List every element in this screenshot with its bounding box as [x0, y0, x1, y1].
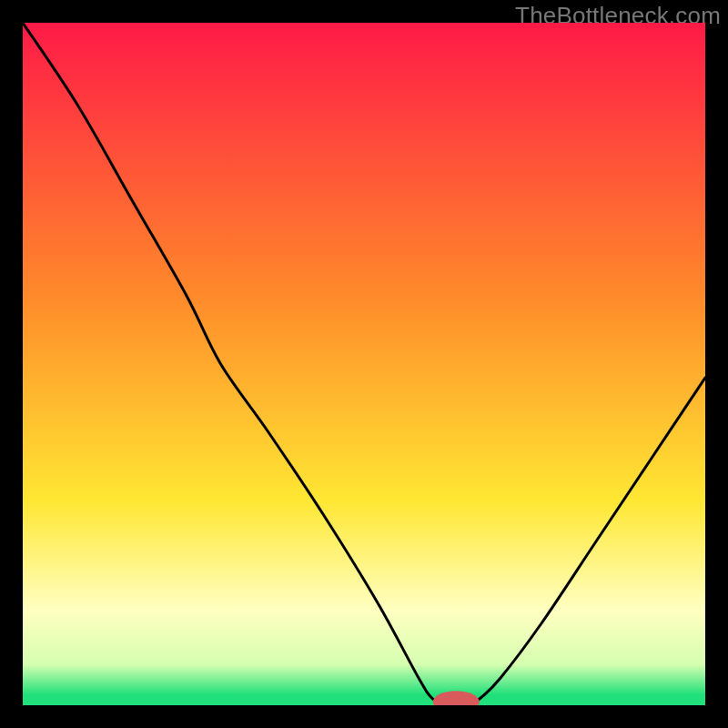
chart-plot-area [23, 23, 705, 705]
gradient-background [23, 23, 705, 705]
chart-frame: TheBottleneck.com [0, 0, 728, 728]
chart-svg [23, 23, 705, 705]
